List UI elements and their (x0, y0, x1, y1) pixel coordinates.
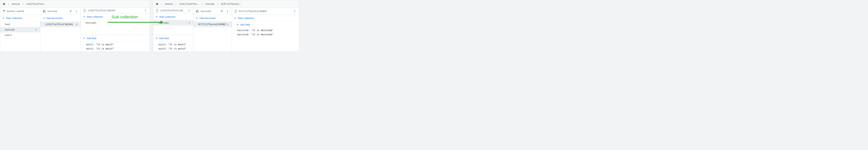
field-row[interactable]: main2 "it is main2" (153, 47, 193, 51)
field-row[interactable]: main1 "it is main1" (81, 42, 150, 47)
item-label: xJ2k27Ss1FhvnCJWj8XG (45, 23, 75, 26)
field-row[interactable]: main1 "it is main1" (153, 42, 193, 47)
field-list: main1 "it is main1" main2 "it is main2" (153, 42, 193, 51)
primary-action[interactable]: + Add document (40, 15, 81, 22)
list-item[interactable]: test (0, 22, 40, 27)
more-vert-icon[interactable] (75, 10, 78, 13)
list-item[interactable]: xJ2k27Ss1FhvnCJWj8XG (40, 22, 81, 27)
svg-point-7 (189, 10, 189, 11)
svg-point-14 (294, 12, 295, 12)
field-value: "it is main2" (168, 47, 186, 50)
breadcrumb-item[interactable]: 9ClFYi2T5wi4uZ… (221, 2, 242, 5)
plus-icon: + (196, 16, 198, 20)
svg-point-13 (294, 11, 295, 11)
action-label: Start collection (87, 15, 103, 18)
filter-button[interactable] (68, 9, 73, 14)
more-vert-icon[interactable] (226, 10, 229, 13)
breadcrumb-item[interactable]: xJ2k27Ss1Fhvn… (26, 2, 46, 5)
action-label: Start collection (238, 17, 254, 20)
primary-action[interactable]: + Start collection (0, 15, 40, 22)
filter-icon[interactable] (220, 10, 223, 13)
plus-icon: + (156, 15, 158, 18)
filter-button[interactable] (219, 9, 224, 14)
list-item[interactable]: 9ClFYi2T5wi4uZc8FWHZ (193, 22, 231, 27)
pane-title: barbar-ee478 (7, 10, 37, 13)
field-key: main1 (159, 43, 167, 46)
add-field-label: Add field (159, 37, 169, 40)
svg-point-1 (76, 11, 77, 11)
chevron-right-icon (175, 2, 178, 6)
plus-icon: + (234, 16, 236, 20)
breadcrumb-item[interactable]: testsubc (205, 2, 215, 5)
list-item[interactable]: testsub (0, 27, 40, 32)
more-vert-icon[interactable] (293, 10, 296, 13)
more-button[interactable] (74, 9, 79, 14)
pane-header: testsubc (193, 8, 231, 15)
breadcrumb-item[interactable]: testsub (165, 2, 173, 5)
chevron-right-icon (160, 2, 163, 6)
primary-action[interactable]: + Start collection (153, 13, 193, 20)
item-label: testsubc (85, 22, 148, 24)
add-field-button[interactable]: + Add field (153, 35, 193, 42)
more-button[interactable] (292, 9, 298, 14)
field-row[interactable]: main2 "it is main2" (81, 47, 150, 51)
add-field-label: Add field (87, 37, 96, 40)
filter-icon[interactable] (69, 10, 72, 13)
add-field-button[interactable]: + Add field (232, 22, 299, 28)
chevron-right-icon (175, 2, 178, 6)
field-row[interactable]: main1sub "it is main1sub" (232, 28, 299, 32)
document-icon (156, 9, 159, 12)
field-value: "it is main1" (168, 43, 186, 46)
pane: testsub + Add document xJ2k27Ss1FhvnCJWj… (40, 8, 81, 51)
list-item[interactable]: testsubc (81, 20, 150, 26)
primary-action[interactable]: + Start collection (232, 15, 299, 22)
chevron-right-icon (35, 28, 38, 31)
add-field-button[interactable]: + Add field (81, 35, 150, 42)
breadcrumb-item[interactable]: xJ2k27Ss1Fhvn… (179, 2, 199, 5)
chevron-right-icon (7, 2, 10, 6)
pane: 9ClFYi2T5wi4uZc8FWHZ + Start collection … (232, 8, 299, 51)
pane: xJ2k27Ss1FhvnCJWj8XG + Start collection … (81, 8, 150, 51)
field-key: main1 (86, 43, 95, 46)
field-list: main1sub "it is main1sub" main2sub "it i… (232, 28, 299, 37)
field-key: main2 (159, 47, 167, 50)
field-value: "it is main2sub" (251, 33, 273, 36)
collection-icon (196, 10, 199, 13)
pane-title: testsub (47, 10, 66, 13)
pane: xJ2k27Ss1FhvnCJWj8XG + Start collection … (153, 8, 193, 51)
breadcrumb-home[interactable] (2, 2, 6, 6)
list-item[interactable]: users (0, 32, 40, 38)
more-vert-icon[interactable] (187, 9, 191, 12)
action-label: Add document (46, 17, 62, 20)
item-list: test testsub users (0, 22, 40, 38)
more-vert-icon[interactable] (144, 9, 147, 12)
pane-header: xJ2k27Ss1FhvnCJWj8XG (81, 8, 150, 13)
action-label: Start collection (159, 15, 176, 18)
console-left: testsubxJ2k27Ss1Fhvn… barbar-ee478 + Sta… (0, 0, 150, 52)
primary-action[interactable]: + Start collection (81, 13, 150, 20)
item-label: 9ClFYi2T5wi4uZc8FWHZ (198, 23, 226, 26)
plus-icon: + (83, 36, 85, 40)
action-label: Start collection (6, 17, 23, 20)
item-label: testsubc (158, 22, 188, 24)
plus-icon: + (156, 36, 158, 40)
breadcrumb-home[interactable] (156, 2, 159, 6)
field-row[interactable]: main2sub "it is main2sub" (232, 32, 299, 37)
list-item[interactable]: testsubc (153, 20, 193, 26)
field-key: main2 (86, 47, 95, 50)
home-icon[interactable] (156, 2, 159, 6)
home-icon[interactable] (2, 2, 6, 6)
action-label: Add document (199, 17, 216, 20)
chevron-right-icon (7, 2, 10, 6)
svg-point-6 (189, 9, 189, 10)
svg-point-10 (227, 11, 228, 11)
document-icon (234, 10, 237, 13)
more-button[interactable] (143, 8, 148, 13)
more-button[interactable] (225, 9, 230, 14)
more-button[interactable] (186, 8, 192, 13)
svg-point-12 (294, 10, 295, 11)
pane-header: 9ClFYi2T5wi4uZc8FWHZ (232, 8, 299, 15)
breadcrumb-item[interactable]: testsub (12, 2, 20, 5)
primary-action[interactable]: + Add document (193, 15, 231, 22)
svg-point-8 (189, 11, 189, 12)
